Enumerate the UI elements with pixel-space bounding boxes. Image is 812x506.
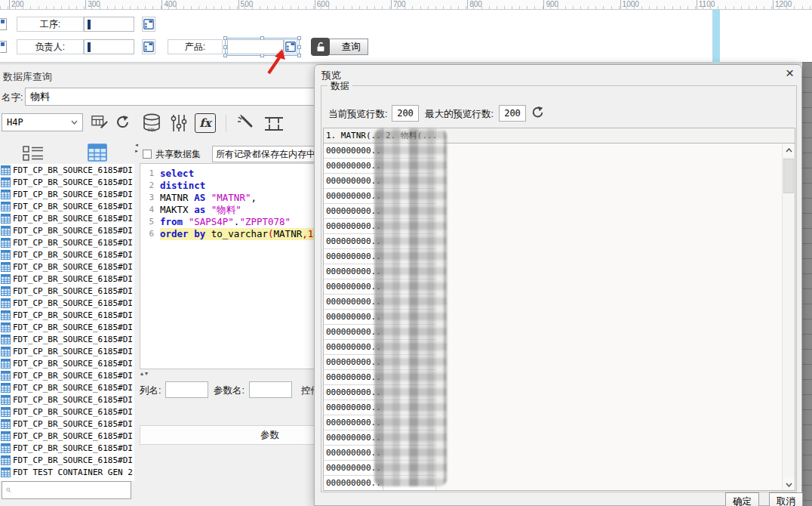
dataset-name: FDT_CP_BR_SOURCE_6185#DI. [13,177,134,187]
share-dataset-checkbox[interactable] [143,150,152,159]
dataset-list-item[interactable]: FDT_CP_BR_SOURCE_6185#DI. [0,381,134,393]
magic-wand-button[interactable] [233,111,257,135]
table-icon [1,322,11,332]
query-button-widget[interactable]: 查询 [324,39,368,55]
dataset-list-item[interactable]: FDT_CP_BR_SOURCE_6185#DI. [0,393,134,406]
connection-dropdown[interactable]: H4P [2,113,83,131]
close-icon[interactable]: × [786,66,794,81]
dataset-panel-tabbar [0,141,134,164]
sliders-icon [169,113,189,133]
scrollbar-thumb[interactable] [783,159,794,193]
filter-sliders-button[interactable] [168,112,190,134]
edit-table-button[interactable] [88,112,111,133]
spinner-up-down-icon[interactable]: ▴▾ [140,370,149,377]
product-label-widget[interactable]: 产品: [168,39,223,54]
dataset-name: FDT TEST CONTAINER GEN 2 [13,467,133,477]
edit-table-icon [91,114,109,131]
splitter-arrows-icon[interactable]: ◂▸ [134,142,140,154]
preview-dialog: 预览 × 数据 当前预览行数: 最大的预览行数: 1. MATNR(... 2.… [314,64,802,506]
resize-handle[interactable] [297,36,301,40]
dataset-list-item[interactable]: FDT_CP_BR_SOURCE_6185#DI. [0,418,134,430]
line-number: 2 [140,180,160,192]
max-rows-input[interactable] [499,105,526,122]
process-input-widget[interactable] [84,17,134,32]
ok-button[interactable]: 确定 [725,492,759,506]
function-button[interactable]: fx [195,113,216,133]
window-picker-button[interactable] [142,39,155,54]
share-dataset-label: 共享数据集 [155,148,201,161]
dataset-list-item[interactable]: FDT_CP_BR_SOURCE_6185#DI. [0,357,134,369]
dataset-list-item[interactable]: FDT_CP_BR_SOURCE_6185#DI. [0,248,134,261]
dataset-name: FDT_CP_BR_SOURCE_6185#DI. [13,262,134,272]
param-name-input[interactable] [249,381,292,398]
cancel-button[interactable]: 取消 [769,492,803,506]
line-number: 6 [140,228,160,240]
sql-line: 3MATNR AS "MATNR", [140,192,314,204]
dataset-list-item[interactable]: FDT_CP_BR_SOURCE_6185#DI. [0,345,134,357]
dataset-list-item[interactable]: FDT_CP_BR_SOURCE_6185#DI. [0,261,134,273]
vertical-scrollbar[interactable] [782,143,795,491]
form-designer-canvas[interactable]: 工序: 负责人: 产品: [0,10,812,63]
ruler-tick-label: 300 [85,0,100,9]
memory-note-box[interactable]: 所有记录都保存在内存中 [212,146,315,162]
table-icon [1,177,11,187]
dataset-list-item[interactable]: FDT_CP_BR_SOURCE_6185#DI. [0,321,134,333]
table-icon [1,467,11,477]
dataset-name: FDT_CP_BR_SOURCE_6185#DI. [13,226,134,236]
current-rows-input[interactable] [392,105,419,122]
current-rows-label: 当前预览行数: [328,108,387,121]
tab-table-view[interactable] [88,143,107,162]
dialog-title: 数据库查询 [3,70,52,84]
fx-icon: fx [199,116,211,130]
dataset-list-item[interactable]: FDT_CP_BR_SOURCE_6185#DI. [0,176,134,188]
dataset-name: FDT_CP_BR_SOURCE_6185#DI. [13,431,134,441]
line-number: 5 [140,216,160,228]
column-name-input[interactable] [165,381,208,398]
dataset-search-box[interactable] [2,481,131,499]
dataset-name: FDT_CP_BR_SOURCE_6185#DI. [13,371,134,381]
window-picker-button[interactable] [142,17,155,32]
sql-editor[interactable]: 1select 2distinct 3MATNR AS "MATNR", 4MA… [140,163,315,369]
dataset-list-item[interactable]: FDT_CP_BR_SOURCE_6185#DI. [0,200,134,212]
list-view-tab-icon [23,146,44,161]
dataset-list-item[interactable]: FDT_CP_BR_SOURCE_6185#DI. [0,188,134,200]
table-icon [1,298,11,308]
columns-button[interactable] [261,112,287,134]
dataset-list-item[interactable]: FDT_CP_BR_SOURCE_6185#DI. [0,309,134,321]
dataset-list-item[interactable]: FDT_CP_BR_SOURCE_6185#DI. [0,369,134,381]
refresh-button[interactable] [531,106,545,119]
dataset-list-item[interactable]: FDT_CP_BR_SOURCE_6185#DI. [0,224,134,236]
dataset-list-item[interactable]: FDT_CP_BR_SOURCE_6185#DI. [0,442,134,454]
dataset-name: FDT_CP_BR_SOURCE_6185#DI. [13,165,134,175]
owner-input-widget[interactable] [84,39,134,54]
dataset-list-item[interactable]: FDT_CP_BR_SOURCE_6185#DI. [0,164,134,176]
dataset-name: FDT_CP_BR_SOURCE_6185#DI. [13,238,134,248]
dataset-list-item[interactable]: FDT_CP_BR_SOURCE_6185#DI. [0,406,134,418]
dropdown-chevron-icon [71,120,78,125]
dataset-list-item[interactable]: FDT_CP_BR_SOURCE_6185#DI. [0,430,134,442]
dataset-list-item[interactable]: FDT_CP_BR_SOURCE_6185#DI. [0,236,134,248]
tab-list-view[interactable] [23,146,44,161]
database-button[interactable]: SQL [139,111,165,135]
dataset-list-item[interactable]: FDT_CP_BR_SOURCE_6185#DI. [0,454,134,466]
dataset-list-item[interactable]: FDT_CP_BR_SOURCE_6185#DI. [0,297,134,309]
resize-handle[interactable] [297,54,301,57]
dataset-list-item[interactable]: FDT_CP_BR_SOURCE_6185#DI. [0,273,134,285]
sql-line: 5from "SAPS4P"."ZPPT078" [140,216,314,228]
dataset-list-item[interactable]: FDT TEST CONTAINER GEN 2 [0,466,134,478]
refresh-button[interactable] [113,112,133,133]
refresh-icon [115,115,131,130]
scroll-up-icon[interactable] [783,143,795,156]
groupbox-legend: 数据 [328,80,352,93]
scroll-down-icon[interactable] [783,478,795,491]
table-icon [1,202,11,211]
owner-label-widget[interactable]: 负责人: [17,39,84,54]
dataset-list-item[interactable]: FDT_CP_BR_SOURCE_6185#DI. [0,285,134,297]
sql-code: MATNR AS "MATNR", [160,192,314,204]
resize-handle[interactable] [297,45,301,49]
dataset-list-item[interactable]: FDT_CP_BR_SOURCE_6185#DI. [0,212,134,224]
dataset-search-input[interactable] [14,483,131,498]
dataset-list-item[interactable]: FDT_CP_BR_SOURCE_6185#DI. [0,333,134,345]
process-label-widget[interactable]: 工序: [17,17,84,32]
column-name-label: 列名: [140,384,161,397]
